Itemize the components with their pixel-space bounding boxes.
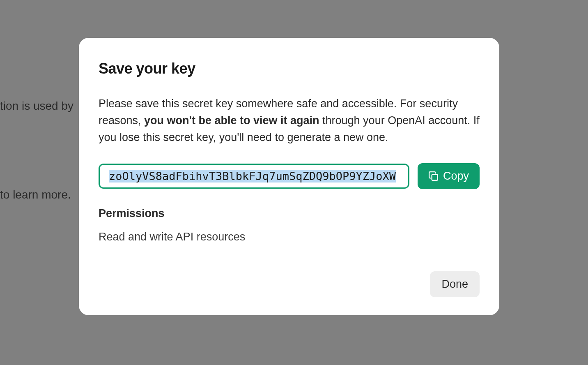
api-key-field[interactable]: zoOlyVS8adFbihvT3BlbkFJq7umSqZDQ9bOP9YZJ…	[99, 164, 409, 189]
background-text-fragment: to learn more.	[0, 188, 71, 201]
modal-title: Save your key	[99, 60, 480, 77]
description-bold: you won't be able to view it again	[144, 114, 319, 127]
svg-rect-0	[432, 174, 438, 180]
permissions-heading: Permissions	[99, 207, 480, 220]
modal-footer: Done	[99, 271, 480, 297]
copy-button-label: Copy	[443, 170, 469, 182]
done-button[interactable]: Done	[430, 271, 480, 297]
background-text-fragment: tion is used by	[0, 99, 74, 113]
copy-button[interactable]: Copy	[418, 163, 480, 189]
permissions-text: Read and write API resources	[99, 231, 480, 243]
modal-description: Please save this secret key somewhere sa…	[99, 95, 480, 146]
key-row: zoOlyVS8adFbihvT3BlbkFJq7umSqZDQ9bOP9YZJ…	[99, 163, 480, 189]
save-key-modal: Save your key Please save this secret ke…	[79, 38, 499, 315]
copy-icon	[428, 171, 439, 182]
api-key-value: zoOlyVS8adFbihvT3BlbkFJq7umSqZDQ9bOP9YZJ…	[109, 170, 396, 182]
